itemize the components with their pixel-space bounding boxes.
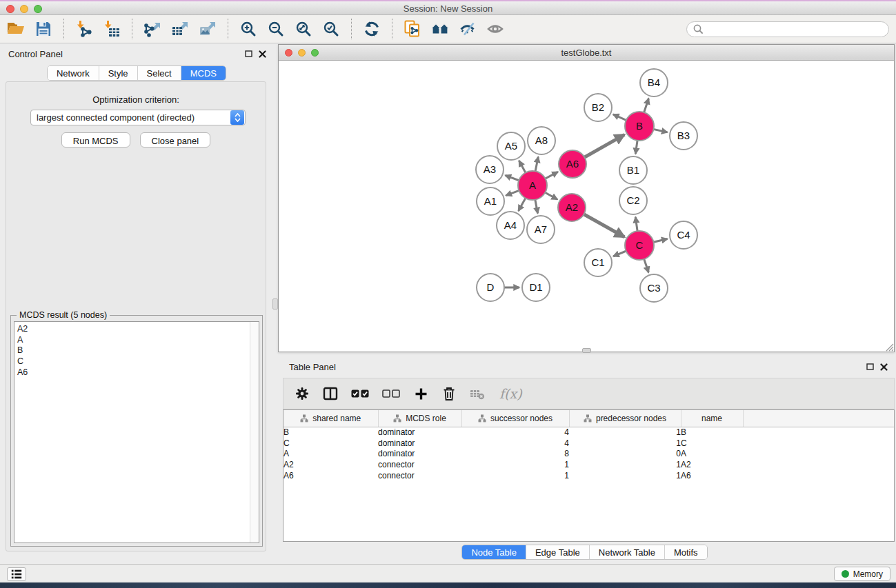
open-session-button[interactable] xyxy=(4,17,28,41)
zoom-out-button[interactable] xyxy=(264,17,288,41)
toggle-panes-button[interactable] xyxy=(321,385,339,403)
table-row[interactable]: Bdominator41B xyxy=(283,427,894,438)
tab-motifs[interactable]: Motifs xyxy=(665,545,707,559)
horizontal-scroll-grip[interactable] xyxy=(582,348,591,353)
table-cell[interactable]: A2 xyxy=(681,459,743,470)
table-cell[interactable]: 4 xyxy=(461,427,569,438)
export-table-button[interactable] xyxy=(168,17,192,41)
table-cell[interactable]: A xyxy=(283,448,378,459)
tab-node-table[interactable]: Node Table xyxy=(462,545,526,559)
table-cell[interactable]: 1 xyxy=(461,470,569,481)
column-header-predecessor-nodes[interactable]: predecessor nodes xyxy=(569,410,681,427)
memory-button[interactable]: Memory xyxy=(834,567,890,581)
column-header-successor-nodes[interactable]: successor nodes xyxy=(461,410,569,427)
delete-column-button[interactable] xyxy=(440,385,458,403)
table-cell[interactable]: 1 xyxy=(569,438,681,449)
table-cell[interactable]: A2 xyxy=(283,459,378,470)
column-header-shared-name[interactable]: shared name xyxy=(283,410,378,427)
split-divider-grip[interactable] xyxy=(272,298,278,310)
add-column-button[interactable] xyxy=(412,385,430,403)
table-cell[interactable]: dominator xyxy=(378,448,461,459)
deselect-all-columns-button[interactable] xyxy=(381,385,401,403)
zoom-in-button[interactable] xyxy=(237,17,260,41)
table-row[interactable]: Adominator80A xyxy=(283,448,894,459)
zoom-selected-button[interactable] xyxy=(319,17,343,41)
graph-node-B[interactable]: B xyxy=(625,112,654,141)
duplicate-network-button[interactable] xyxy=(401,17,424,41)
column-header-MCDS-role[interactable]: MCDS role xyxy=(378,410,461,427)
graph-node-A8[interactable]: A8 xyxy=(528,127,555,154)
graph-node-A[interactable]: A xyxy=(518,171,547,200)
table-cell[interactable]: 1 xyxy=(461,459,569,470)
function-builder-button[interactable]: f(x) xyxy=(497,385,522,403)
zoom-fit-button[interactable] xyxy=(292,17,315,41)
graph-node-D[interactable]: D xyxy=(477,274,504,301)
column-header-name[interactable]: name xyxy=(681,410,743,427)
graph-node-B1[interactable]: B1 xyxy=(619,156,647,184)
table-cell[interactable]: connector xyxy=(378,470,461,481)
table-cell[interactable]: 8 xyxy=(461,448,569,459)
table-cell[interactable]: dominator xyxy=(378,438,461,449)
first-neighbors-button[interactable] xyxy=(428,17,452,41)
mcds-result-item[interactable]: A6 xyxy=(17,367,259,378)
save-session-button[interactable] xyxy=(32,17,55,41)
graph-node-B2[interactable]: B2 xyxy=(584,94,612,121)
table-cell[interactable]: 1 xyxy=(569,459,681,470)
tab-style[interactable]: Style xyxy=(99,66,138,80)
graph-node-C2[interactable]: C2 xyxy=(619,187,647,214)
graph-node-C3[interactable]: C3 xyxy=(640,274,668,302)
table-cell[interactable]: dominator xyxy=(378,427,461,438)
close-panel-button[interactable]: Close panel xyxy=(140,132,211,148)
graph-node-C1[interactable]: C1 xyxy=(584,249,612,276)
graph-node-A1[interactable]: A1 xyxy=(477,187,504,215)
table-cell[interactable]: B xyxy=(283,427,378,438)
table-cell[interactable]: 0 xyxy=(569,448,681,459)
graph-node-C[interactable]: C xyxy=(625,231,654,260)
graph-node-A3[interactable]: A3 xyxy=(476,156,504,183)
graph-node-A2[interactable]: A2 xyxy=(558,194,586,221)
mcds-result-item[interactable]: A xyxy=(17,335,259,346)
graph-node-A5[interactable]: A5 xyxy=(497,132,525,160)
mcds-result-item[interactable]: A2 xyxy=(17,324,259,335)
graph-node-A4[interactable]: A4 xyxy=(497,212,524,239)
table-cell[interactable]: A6 xyxy=(681,470,743,481)
delete-table-button[interactable] xyxy=(468,385,486,403)
tab-mcds[interactable]: MCDS xyxy=(181,66,226,80)
run-mcds-button[interactable]: Run MCDS xyxy=(61,132,130,148)
float-table-panel-icon[interactable] xyxy=(866,363,874,371)
table-settings-button[interactable] xyxy=(293,385,311,403)
search-input[interactable] xyxy=(704,23,883,34)
search-field[interactable] xyxy=(686,21,889,37)
close-table-panel-icon[interactable] xyxy=(880,363,888,371)
table-cell[interactable]: 1 xyxy=(569,470,681,481)
graph-node-A6[interactable]: A6 xyxy=(559,150,586,178)
export-network-button[interactable] xyxy=(141,17,164,41)
graph-node-D1[interactable]: D1 xyxy=(522,274,550,301)
graph-node-A7[interactable]: A7 xyxy=(527,216,555,243)
table-row[interactable]: A2connector11A2 xyxy=(283,459,894,470)
select-all-columns-button[interactable] xyxy=(350,385,370,403)
table-row[interactable]: A6connector11A6 xyxy=(283,470,894,481)
tab-network-table[interactable]: Network Table xyxy=(590,545,665,559)
optimization-criterion-select[interactable]: largest connected component (directed) xyxy=(30,110,246,125)
import-table-button[interactable] xyxy=(100,17,123,41)
result-list-scrollbar[interactable] xyxy=(250,322,259,543)
window-resize-grip[interactable] xyxy=(884,341,894,352)
float-panel-icon[interactable] xyxy=(245,50,252,58)
table-cell[interactable]: A6 xyxy=(283,470,378,481)
graph-node-B4[interactable]: B4 xyxy=(640,69,668,97)
hide-selected-button[interactable] xyxy=(456,17,479,41)
table-cell[interactable]: 4 xyxy=(461,438,569,449)
table-cell[interactable]: C xyxy=(681,438,743,449)
tab-edge-table[interactable]: Edge Table xyxy=(526,545,590,559)
table-row[interactable]: Cdominator41C xyxy=(283,438,894,449)
table-cell[interactable]: A xyxy=(681,448,743,459)
table-cell[interactable]: 1 xyxy=(569,427,681,438)
table-cell[interactable]: C xyxy=(283,438,378,449)
table-cell[interactable]: B xyxy=(681,427,743,438)
network-graph-canvas[interactable]: B4B2BB3B1A5A8A6A3AA1A2C2A4A7C4CC1C3DD1 xyxy=(279,61,894,352)
tab-select[interactable]: Select xyxy=(138,66,181,80)
mcds-result-item[interactable]: C xyxy=(17,356,259,367)
task-history-button[interactable] xyxy=(7,567,26,581)
mcds-result-item[interactable]: B xyxy=(17,345,259,356)
